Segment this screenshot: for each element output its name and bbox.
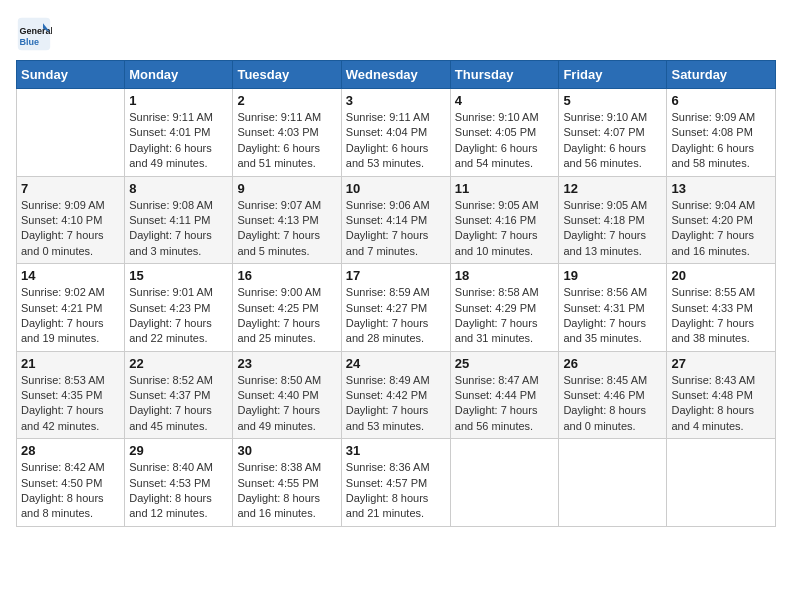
calendar-header-friday: Friday: [559, 61, 667, 89]
day-info: Sunrise: 9:11 AM Sunset: 4:04 PM Dayligh…: [346, 110, 446, 172]
day-info: Sunrise: 8:42 AM Sunset: 4:50 PM Dayligh…: [21, 460, 120, 522]
day-info: Sunrise: 9:04 AM Sunset: 4:20 PM Dayligh…: [671, 198, 771, 260]
day-number: 6: [671, 93, 771, 108]
calendar-cell: 13Sunrise: 9:04 AM Sunset: 4:20 PM Dayli…: [667, 176, 776, 264]
day-number: 28: [21, 443, 120, 458]
calendar-cell: 27Sunrise: 8:43 AM Sunset: 4:48 PM Dayli…: [667, 351, 776, 439]
calendar-cell: 8Sunrise: 9:08 AM Sunset: 4:11 PM Daylig…: [125, 176, 233, 264]
calendar-header-tuesday: Tuesday: [233, 61, 341, 89]
day-number: 21: [21, 356, 120, 371]
day-number: 2: [237, 93, 336, 108]
calendar-header-sunday: Sunday: [17, 61, 125, 89]
day-number: 10: [346, 181, 446, 196]
calendar-header-wednesday: Wednesday: [341, 61, 450, 89]
day-info: Sunrise: 9:05 AM Sunset: 4:16 PM Dayligh…: [455, 198, 555, 260]
calendar-cell: 12Sunrise: 9:05 AM Sunset: 4:18 PM Dayli…: [559, 176, 667, 264]
day-info: Sunrise: 9:00 AM Sunset: 4:25 PM Dayligh…: [237, 285, 336, 347]
day-info: Sunrise: 9:07 AM Sunset: 4:13 PM Dayligh…: [237, 198, 336, 260]
day-number: 13: [671, 181, 771, 196]
day-info: Sunrise: 9:11 AM Sunset: 4:01 PM Dayligh…: [129, 110, 228, 172]
calendar-cell: 6Sunrise: 9:09 AM Sunset: 4:08 PM Daylig…: [667, 89, 776, 177]
calendar-cell: 10Sunrise: 9:06 AM Sunset: 4:14 PM Dayli…: [341, 176, 450, 264]
calendar-cell: 1Sunrise: 9:11 AM Sunset: 4:01 PM Daylig…: [125, 89, 233, 177]
day-number: 22: [129, 356, 228, 371]
calendar-header-thursday: Thursday: [450, 61, 559, 89]
calendar-week-row: 21Sunrise: 8:53 AM Sunset: 4:35 PM Dayli…: [17, 351, 776, 439]
calendar-table: SundayMondayTuesdayWednesdayThursdayFrid…: [16, 60, 776, 527]
calendar-week-row: 28Sunrise: 8:42 AM Sunset: 4:50 PM Dayli…: [17, 439, 776, 527]
day-number: 5: [563, 93, 662, 108]
day-info: Sunrise: 9:06 AM Sunset: 4:14 PM Dayligh…: [346, 198, 446, 260]
calendar-cell: 26Sunrise: 8:45 AM Sunset: 4:46 PM Dayli…: [559, 351, 667, 439]
calendar-cell: 19Sunrise: 8:56 AM Sunset: 4:31 PM Dayli…: [559, 264, 667, 352]
day-number: 11: [455, 181, 555, 196]
calendar-cell: 30Sunrise: 8:38 AM Sunset: 4:55 PM Dayli…: [233, 439, 341, 527]
calendar-cell: 9Sunrise: 9:07 AM Sunset: 4:13 PM Daylig…: [233, 176, 341, 264]
day-info: Sunrise: 8:47 AM Sunset: 4:44 PM Dayligh…: [455, 373, 555, 435]
calendar-header-saturday: Saturday: [667, 61, 776, 89]
day-number: 26: [563, 356, 662, 371]
calendar-week-row: 14Sunrise: 9:02 AM Sunset: 4:21 PM Dayli…: [17, 264, 776, 352]
calendar-cell: 31Sunrise: 8:36 AM Sunset: 4:57 PM Dayli…: [341, 439, 450, 527]
day-number: 31: [346, 443, 446, 458]
day-number: 15: [129, 268, 228, 283]
day-info: Sunrise: 8:45 AM Sunset: 4:46 PM Dayligh…: [563, 373, 662, 435]
calendar-cell: [17, 89, 125, 177]
day-info: Sunrise: 9:09 AM Sunset: 4:08 PM Dayligh…: [671, 110, 771, 172]
calendar-cell: 4Sunrise: 9:10 AM Sunset: 4:05 PM Daylig…: [450, 89, 559, 177]
day-number: 1: [129, 93, 228, 108]
day-number: 4: [455, 93, 555, 108]
day-number: 18: [455, 268, 555, 283]
day-info: Sunrise: 9:08 AM Sunset: 4:11 PM Dayligh…: [129, 198, 228, 260]
day-info: Sunrise: 9:02 AM Sunset: 4:21 PM Dayligh…: [21, 285, 120, 347]
calendar-cell: [559, 439, 667, 527]
day-number: 20: [671, 268, 771, 283]
day-info: Sunrise: 8:53 AM Sunset: 4:35 PM Dayligh…: [21, 373, 120, 435]
calendar-cell: [450, 439, 559, 527]
svg-text:Blue: Blue: [20, 37, 40, 47]
calendar-cell: 22Sunrise: 8:52 AM Sunset: 4:37 PM Dayli…: [125, 351, 233, 439]
day-number: 23: [237, 356, 336, 371]
calendar-cell: [667, 439, 776, 527]
day-info: Sunrise: 9:10 AM Sunset: 4:05 PM Dayligh…: [455, 110, 555, 172]
calendar-cell: 28Sunrise: 8:42 AM Sunset: 4:50 PM Dayli…: [17, 439, 125, 527]
day-info: Sunrise: 8:43 AM Sunset: 4:48 PM Dayligh…: [671, 373, 771, 435]
calendar-cell: 23Sunrise: 8:50 AM Sunset: 4:40 PM Dayli…: [233, 351, 341, 439]
logo: General Blue: [16, 16, 56, 52]
calendar-cell: 20Sunrise: 8:55 AM Sunset: 4:33 PM Dayli…: [667, 264, 776, 352]
calendar-cell: 25Sunrise: 8:47 AM Sunset: 4:44 PM Dayli…: [450, 351, 559, 439]
day-info: Sunrise: 8:52 AM Sunset: 4:37 PM Dayligh…: [129, 373, 228, 435]
calendar-cell: 15Sunrise: 9:01 AM Sunset: 4:23 PM Dayli…: [125, 264, 233, 352]
calendar-cell: 17Sunrise: 8:59 AM Sunset: 4:27 PM Dayli…: [341, 264, 450, 352]
calendar-header-monday: Monday: [125, 61, 233, 89]
calendar-cell: 14Sunrise: 9:02 AM Sunset: 4:21 PM Dayli…: [17, 264, 125, 352]
logo-icon: General Blue: [16, 16, 52, 52]
day-info: Sunrise: 9:09 AM Sunset: 4:10 PM Dayligh…: [21, 198, 120, 260]
day-number: 3: [346, 93, 446, 108]
calendar-cell: 18Sunrise: 8:58 AM Sunset: 4:29 PM Dayli…: [450, 264, 559, 352]
calendar-cell: 21Sunrise: 8:53 AM Sunset: 4:35 PM Dayli…: [17, 351, 125, 439]
day-number: 9: [237, 181, 336, 196]
page-header: General Blue: [16, 16, 776, 52]
day-number: 16: [237, 268, 336, 283]
day-info: Sunrise: 9:01 AM Sunset: 4:23 PM Dayligh…: [129, 285, 228, 347]
day-number: 29: [129, 443, 228, 458]
calendar-cell: 16Sunrise: 9:00 AM Sunset: 4:25 PM Dayli…: [233, 264, 341, 352]
day-number: 7: [21, 181, 120, 196]
day-number: 12: [563, 181, 662, 196]
day-info: Sunrise: 9:11 AM Sunset: 4:03 PM Dayligh…: [237, 110, 336, 172]
day-number: 25: [455, 356, 555, 371]
day-info: Sunrise: 8:50 AM Sunset: 4:40 PM Dayligh…: [237, 373, 336, 435]
day-info: Sunrise: 8:55 AM Sunset: 4:33 PM Dayligh…: [671, 285, 771, 347]
day-info: Sunrise: 8:49 AM Sunset: 4:42 PM Dayligh…: [346, 373, 446, 435]
calendar-cell: 24Sunrise: 8:49 AM Sunset: 4:42 PM Dayli…: [341, 351, 450, 439]
day-info: Sunrise: 8:36 AM Sunset: 4:57 PM Dayligh…: [346, 460, 446, 522]
day-number: 17: [346, 268, 446, 283]
day-info: Sunrise: 8:56 AM Sunset: 4:31 PM Dayligh…: [563, 285, 662, 347]
calendar-week-row: 7Sunrise: 9:09 AM Sunset: 4:10 PM Daylig…: [17, 176, 776, 264]
calendar-header-row: SundayMondayTuesdayWednesdayThursdayFrid…: [17, 61, 776, 89]
calendar-cell: 3Sunrise: 9:11 AM Sunset: 4:04 PM Daylig…: [341, 89, 450, 177]
calendar-cell: 5Sunrise: 9:10 AM Sunset: 4:07 PM Daylig…: [559, 89, 667, 177]
calendar-cell: 2Sunrise: 9:11 AM Sunset: 4:03 PM Daylig…: [233, 89, 341, 177]
svg-text:General: General: [20, 26, 52, 36]
